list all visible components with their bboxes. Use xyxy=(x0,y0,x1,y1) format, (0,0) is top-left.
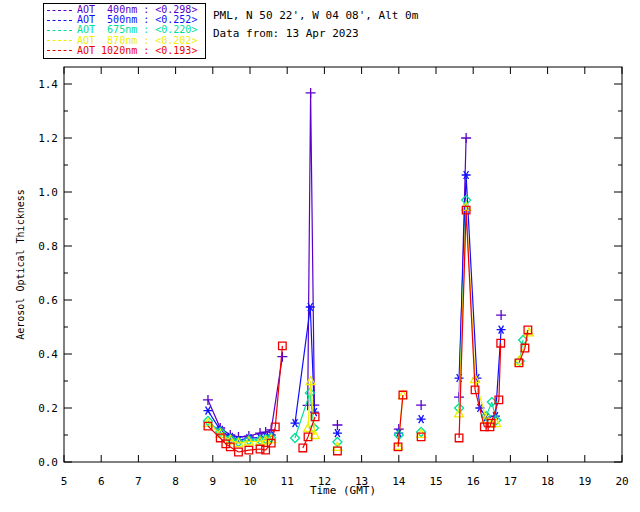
y-tick-label: 0.0 xyxy=(38,456,58,469)
aot-chart: 5678910111213141516171819200.00.20.40.60… xyxy=(0,0,640,512)
series-1020nm xyxy=(204,206,532,456)
y-tick-label: 0.4 xyxy=(38,348,58,361)
x-tick-label: 16 xyxy=(467,475,480,488)
x-axis-title: Time (GMT) xyxy=(310,484,376,497)
x-tick-label: 18 xyxy=(541,475,554,488)
x-tick-label: 17 xyxy=(504,475,517,488)
x-tick-label: 11 xyxy=(281,475,294,488)
series-line-400nm xyxy=(208,93,466,437)
y-tick-label: 1.2 xyxy=(38,132,58,145)
plot-frame xyxy=(64,67,622,462)
x-tick-label: 10 xyxy=(243,475,256,488)
series-line-675nm xyxy=(208,200,523,442)
y-tick-label: 0.6 xyxy=(38,294,58,307)
y-tick-label: 0.2 xyxy=(38,402,58,415)
x-tick-label: 7 xyxy=(135,475,142,488)
series-line-500nm xyxy=(208,175,501,440)
y-tick-label: 1.4 xyxy=(38,78,58,91)
y-axis-title: Aerosol Optical Thickness xyxy=(15,189,26,340)
plus-marker-400nm xyxy=(496,310,506,320)
aot-plot-window: { "header": { "line1": "PML, N 50 22', W… xyxy=(0,0,640,512)
plus-marker-400nm xyxy=(461,133,471,143)
asterisk-marker-500nm xyxy=(333,429,342,437)
x-tick-label: 20 xyxy=(615,475,628,488)
plus-marker-400nm xyxy=(203,395,213,405)
x-tick-label: 8 xyxy=(172,475,179,488)
y-tick-label: 0.8 xyxy=(38,240,58,253)
x-tick-label: 19 xyxy=(578,475,591,488)
x-tick-label: 9 xyxy=(209,475,216,488)
x-tick-label: 5 xyxy=(61,475,68,488)
y-tick-label: 1.0 xyxy=(38,186,58,199)
plus-marker-400nm xyxy=(332,420,342,430)
x-tick-label: 6 xyxy=(98,475,105,488)
x-tick-label: 14 xyxy=(392,475,406,488)
asterisk-marker-500nm xyxy=(417,415,426,423)
plus-marker-400nm xyxy=(277,352,287,362)
series-line-1020nm xyxy=(208,210,528,452)
x-tick-label: 15 xyxy=(429,475,442,488)
plus-marker-400nm xyxy=(416,400,426,410)
plus-marker-400nm xyxy=(306,88,316,98)
